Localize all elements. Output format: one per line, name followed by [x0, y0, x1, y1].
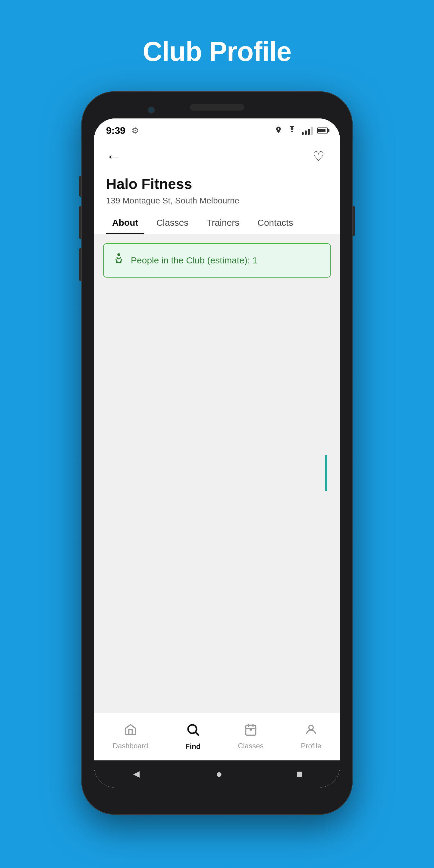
- status-bar: 9:39 ⚙: [94, 119, 340, 143]
- club-info: Halo Fitness 139 Montague St, South Melb…: [94, 170, 340, 212]
- tab-trainers[interactable]: Trainers: [200, 212, 245, 234]
- location-icon: [275, 126, 282, 135]
- android-back-btn[interactable]: ◄: [131, 768, 142, 780]
- page-title: Club Profile: [143, 36, 291, 67]
- heart-button[interactable]: ♡: [309, 147, 328, 166]
- phone-btn-left2: [79, 206, 82, 239]
- nav-item-dashboard[interactable]: Dashboard: [113, 723, 148, 750]
- dashboard-icon: [124, 723, 137, 739]
- nav-label-find: Find: [185, 742, 201, 751]
- people-icon: [113, 252, 125, 269]
- tab-contacts[interactable]: Contacts: [251, 212, 299, 234]
- bottom-nav: Dashboard Find: [94, 712, 340, 761]
- gear-icon: ⚙: [131, 126, 139, 135]
- phone-btn-right: [352, 206, 355, 236]
- status-time: 9:39: [106, 125, 125, 136]
- profile-icon: [304, 723, 318, 739]
- wifi-icon: [287, 126, 298, 135]
- nav-label-dashboard: Dashboard: [113, 742, 148, 750]
- svg-point-4: [309, 725, 313, 730]
- top-nav-bar: ← ♡: [94, 143, 340, 170]
- battery-icon: [317, 127, 328, 133]
- phone-screen: 9:39 ⚙: [94, 119, 340, 787]
- phone-btn-left3: [79, 248, 82, 281]
- tab-classes[interactable]: Classes: [150, 212, 195, 234]
- phone-outer: 9:39 ⚙: [82, 91, 352, 815]
- classes-icon: [244, 723, 257, 739]
- nav-label-classes: Classes: [238, 742, 264, 750]
- find-icon: [186, 722, 200, 740]
- heart-icon: ♡: [313, 149, 324, 164]
- club-address: 139 Montague St, South Melbourne: [106, 196, 328, 206]
- nav-item-profile[interactable]: Profile: [301, 723, 321, 750]
- tabs-bar: About Classes Trainers Contacts: [94, 212, 340, 234]
- nav-label-profile: Profile: [301, 742, 321, 750]
- nav-item-classes[interactable]: Classes: [238, 723, 264, 750]
- back-button[interactable]: ←: [106, 148, 121, 164]
- svg-point-0: [117, 253, 120, 256]
- phone-btn-left1: [79, 176, 82, 197]
- svg-point-3: [250, 728, 252, 731]
- android-recent-btn[interactable]: ■: [296, 768, 303, 780]
- status-left: 9:39 ⚙: [106, 125, 139, 136]
- people-text: People in the Club (estimate): 1: [131, 255, 257, 266]
- phone-wrapper: 9:39 ⚙: [82, 91, 352, 815]
- nav-item-find[interactable]: Find: [185, 722, 201, 751]
- phone-camera: [148, 106, 155, 114]
- screen-content: People in the Club (estimate): 1: [94, 234, 340, 712]
- tab-about[interactable]: About: [106, 212, 144, 234]
- signal-bars: [302, 126, 313, 135]
- edge-indicator: [325, 455, 327, 491]
- phone-speaker: [190, 104, 244, 111]
- club-name: Halo Fitness: [106, 176, 328, 192]
- android-home-btn[interactable]: ●: [216, 768, 222, 780]
- status-right: [275, 126, 328, 135]
- people-banner: People in the Club (estimate): 1: [103, 243, 331, 278]
- android-nav: ◄ ● ■: [94, 761, 340, 787]
